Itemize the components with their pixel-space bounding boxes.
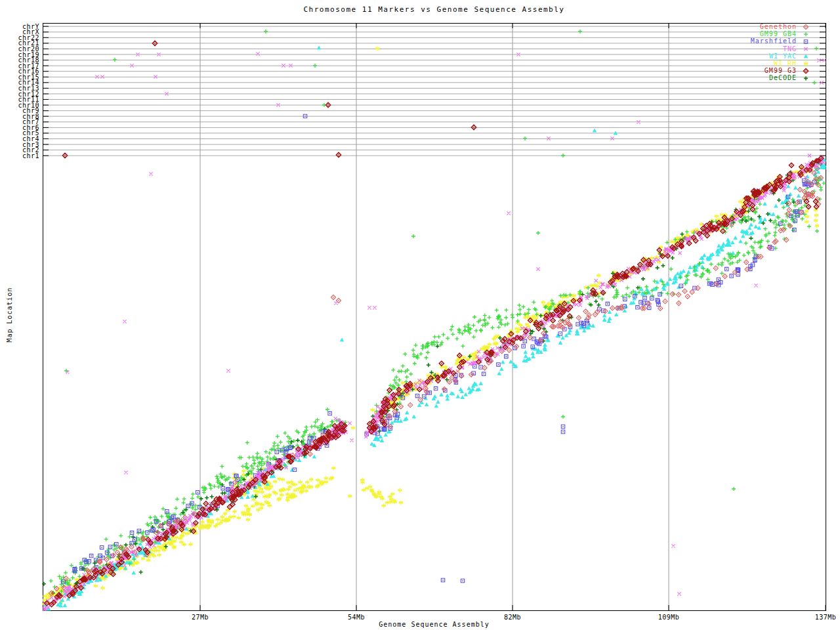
legend-item-tng: TNG (698, 45, 797, 53)
legend-marker-genethon (805, 26, 807, 28)
series-gm99-g3 (45, 41, 824, 606)
chart-title: Chromosome 11 Markers vs Genome Sequence… (43, 5, 826, 14)
chart-canvas: chrYchrXchr22chr21chr20chr19chr18chr17ch… (0, 0, 840, 630)
plot-area: chrYchrXchr22chr21chr20chr19chr18chr17ch… (0, 0, 840, 630)
legend-label: GM99 G3 (765, 67, 797, 74)
x-tick-label: 54Mb (348, 614, 365, 621)
legend-marker-wi-rh (804, 62, 808, 66)
x-tick-label: 109Mb (658, 614, 680, 621)
series-gm99-gb4 (49, 30, 826, 593)
legend-label: TNG (783, 45, 797, 52)
x-tick-label: 82Mb (504, 614, 521, 621)
legend-label: GM99 GB4 (760, 30, 797, 37)
legend-label: Genethon (760, 23, 797, 30)
legend-item-decode: DeCODE (698, 74, 797, 82)
legend-item-gm99-gb4: GM99 GB4 (698, 30, 797, 38)
legend-item-wi-yac: WI YAC (698, 52, 797, 60)
legend-label: WI YAC (769, 52, 797, 60)
legend-label: DeCODE (769, 74, 797, 81)
legend-label: Marshfield (751, 37, 797, 45)
y-axis-title: Map Location (6, 285, 13, 345)
chrom-label: chr1 (22, 152, 39, 159)
x-tick-label: 137Mb (815, 614, 837, 621)
legend-marker-gm99-g3 (805, 70, 807, 72)
series-gm99-g3-fill (47, 43, 822, 605)
legend-marker-gm99-gb4 (804, 32, 808, 36)
legend-item-genethon: Genethon (698, 23, 797, 31)
legend-item-marshfield: Marshfield (698, 37, 797, 45)
legend-label: WI RH (774, 60, 797, 67)
plot-border (43, 24, 826, 611)
legend-item-wi-rh: WI RH (698, 60, 797, 68)
x-axis-title: Genome Sequence Assembly (43, 621, 826, 628)
series-marshfield-fill (63, 116, 815, 582)
x-tick-label: 27Mb (192, 614, 209, 621)
legend-marker-marshfield (805, 41, 807, 43)
legend-item-gm99-g3: GM99 G3 (698, 67, 797, 75)
